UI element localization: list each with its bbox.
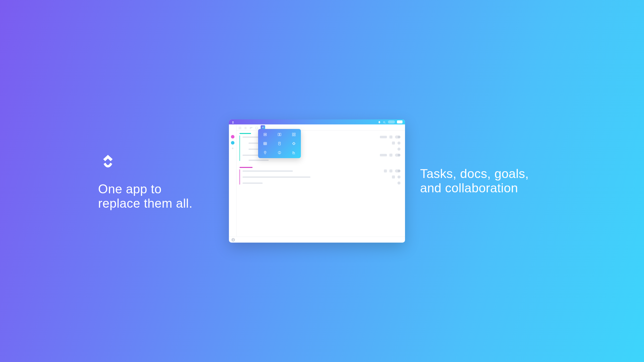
- svg-rect-39: [293, 153, 295, 153]
- view-option-board-icon[interactable]: [277, 132, 281, 137]
- titlebar-pill[interactable]: [388, 120, 395, 123]
- task-checkbox[interactable]: [384, 169, 387, 172]
- svg-rect-10: [251, 127, 252, 128]
- svg-rect-11: [252, 127, 253, 128]
- view-option-embed-icon[interactable]: [292, 142, 296, 146]
- svg-rect-20: [294, 133, 295, 134]
- task-row[interactable]: [243, 182, 400, 185]
- left-marketing-copy: One app to replace them all.: [98, 151, 214, 211]
- task-group-magenta: [239, 167, 400, 185]
- right-tagline-line2: and collaboration: [420, 181, 546, 196]
- sidebar-rail: [229, 124, 236, 237]
- svg-rect-21: [292, 135, 294, 136]
- svg-line-1: [385, 123, 386, 124]
- task-tag: [380, 136, 387, 138]
- view-option-map-icon[interactable]: [263, 151, 267, 155]
- right-tagline-line1: Tasks, docs, goals,: [420, 167, 546, 181]
- task-toggle[interactable]: [395, 135, 400, 139]
- svg-rect-22: [294, 135, 295, 136]
- view-option-box-icon[interactable]: [292, 132, 296, 137]
- titlebar-logo-icon: [231, 120, 234, 123]
- tab-icon-box[interactable]: [255, 126, 258, 129]
- task-avatar[interactable]: [397, 148, 400, 151]
- svg-rect-6: [245, 127, 247, 127]
- tab-icon-grid[interactable]: [238, 126, 242, 129]
- clickup-logo: [98, 151, 214, 172]
- svg-rect-9: [250, 127, 251, 129]
- search-icon[interactable]: [383, 120, 386, 123]
- svg-point-40: [233, 239, 234, 240]
- group-accent: [239, 167, 253, 168]
- svg-rect-12: [256, 127, 258, 129]
- svg-rect-7: [245, 128, 247, 128]
- task-toggle[interactable]: [395, 169, 400, 172]
- task-tag: [380, 154, 387, 156]
- svg-rect-5: [240, 128, 241, 129]
- view-picker-popup: [258, 129, 301, 158]
- app-titlebar: [229, 119, 405, 124]
- user-avatar-icon[interactable]: [231, 238, 235, 242]
- task-row[interactable]: [243, 160, 400, 161]
- group-accent: [239, 133, 251, 134]
- view-option-list-icon[interactable]: [263, 132, 267, 137]
- svg-rect-19: [292, 133, 294, 134]
- space-avatar-pink[interactable]: [231, 135, 234, 139]
- tab-icon-list[interactable]: [244, 126, 247, 129]
- svg-rect-38: [293, 152, 294, 152]
- svg-rect-4: [239, 128, 240, 129]
- left-tagline-line2: replace them all.: [98, 196, 214, 211]
- svg-rect-23: [264, 142, 267, 145]
- task-checkbox[interactable]: [389, 169, 392, 172]
- right-marketing-copy: Tasks, docs, goals, and collaboration: [420, 167, 546, 196]
- task-avatar[interactable]: [397, 175, 400, 178]
- svg-rect-18: [280, 133, 281, 136]
- task-checkbox[interactable]: [392, 142, 395, 145]
- task-checkbox[interactable]: [392, 175, 395, 178]
- svg-rect-2: [239, 127, 240, 128]
- svg-rect-8: [245, 128, 247, 129]
- view-option-table-icon[interactable]: [263, 142, 267, 146]
- titlebar-button[interactable]: [397, 120, 403, 123]
- svg-rect-3: [240, 127, 241, 128]
- left-tagline-line1: One app to: [98, 182, 214, 197]
- bell-icon[interactable]: [378, 120, 381, 123]
- add-space-button[interactable]: [231, 147, 234, 150]
- svg-rect-17: [278, 133, 279, 136]
- view-option-doc-icon[interactable]: [277, 142, 281, 146]
- task-row[interactable]: [243, 169, 400, 172]
- task-avatar[interactable]: [397, 142, 400, 145]
- svg-point-33: [265, 152, 266, 153]
- view-option-activity-icon[interactable]: [277, 151, 281, 155]
- tab-icon-board[interactable]: [250, 126, 253, 129]
- view-option-gantt-icon[interactable]: [292, 151, 296, 155]
- svg-point-0: [383, 121, 385, 123]
- task-toggle[interactable]: [395, 154, 400, 157]
- space-avatar-cyan[interactable]: [231, 141, 234, 145]
- task-checkbox[interactable]: [389, 154, 392, 157]
- task-avatar[interactable]: [397, 182, 400, 185]
- app-window: +: [229, 119, 405, 243]
- app-footer: [229, 237, 405, 243]
- task-checkbox[interactable]: [389, 135, 392, 139]
- task-row[interactable]: [243, 175, 400, 178]
